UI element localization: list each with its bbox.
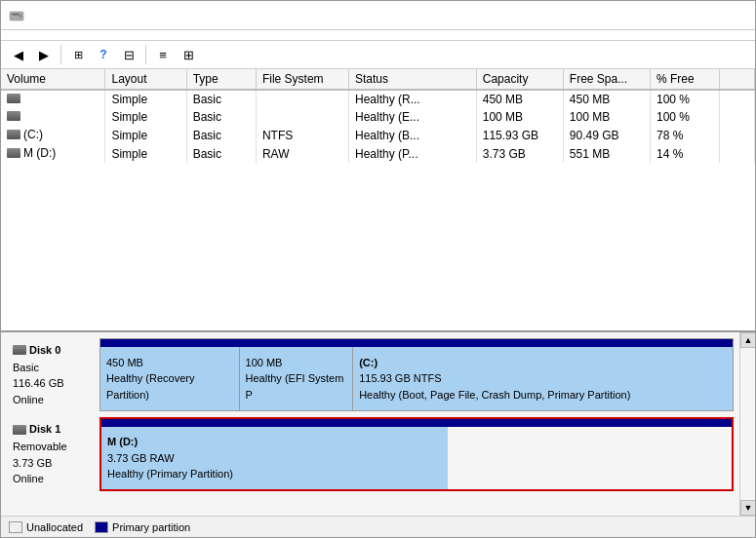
menu-view[interactable] bbox=[40, 32, 56, 38]
forward-button[interactable]: ▶ bbox=[32, 44, 56, 65]
cell-type: Basic bbox=[186, 108, 256, 126]
minimize-button[interactable] bbox=[609, 6, 654, 25]
cell-status: Healthy (R... bbox=[349, 90, 477, 108]
legend-bar: Unallocated Primary partition bbox=[1, 516, 755, 537]
partition-0-0[interactable]: 450 MBHealthy (Recovery Partition) bbox=[100, 347, 240, 410]
disk-row-0: Disk 0 Basic 116.46 GB Online450 MBHealt… bbox=[7, 338, 734, 411]
legend-unallocated-box bbox=[9, 521, 22, 533]
partition-0-1[interactable]: 100 MBHealthy (EFI System P bbox=[240, 347, 354, 410]
toolbar-separator-1 bbox=[60, 45, 61, 64]
menu-file[interactable] bbox=[5, 32, 20, 38]
cell-volume bbox=[1, 90, 105, 108]
scrollbar[interactable]: ▲ ▼ bbox=[739, 332, 755, 516]
cell-volume: (C:) bbox=[1, 126, 105, 144]
partition-desc: Healthy (Primary Partition) bbox=[107, 466, 442, 482]
partition-label: M (D:) bbox=[107, 434, 442, 450]
col-free[interactable]: Free Spa... bbox=[563, 69, 650, 90]
cell-layout: Simple bbox=[105, 108, 186, 126]
toolbar: ◀ ▶ ⊞ ? ⊟ ≡ ⊞ bbox=[1, 41, 755, 69]
menu-bar bbox=[1, 30, 755, 41]
table-row[interactable]: (C:)SimpleBasicNTFSHealthy (B...115.93 G… bbox=[1, 126, 755, 144]
partition-desc: Healthy (Recovery Partition) bbox=[106, 370, 233, 403]
cell-free: 100 MB bbox=[563, 108, 650, 126]
col-pct[interactable]: % Free bbox=[650, 69, 719, 90]
col-layout[interactable]: Layout bbox=[105, 69, 186, 90]
cell-filesystem bbox=[256, 90, 348, 108]
partition-size: 450 MB bbox=[106, 355, 233, 371]
disk-name: Disk 1 bbox=[13, 421, 94, 439]
toolbar-btn-tile[interactable]: ⊞ bbox=[177, 44, 200, 65]
close-button[interactable] bbox=[702, 6, 747, 25]
disk-size: 3.73 GB bbox=[13, 455, 94, 472]
disk-partitions-1: M (D:)3.73 GB RAWHealthy (Primary Partit… bbox=[99, 417, 734, 490]
disk-label-1: Disk 1 Removable 3.73 GB Online bbox=[7, 417, 99, 490]
col-volume[interactable]: Volume bbox=[1, 69, 105, 90]
maximize-button[interactable] bbox=[656, 6, 700, 25]
partitions-area: 450 MBHealthy (Recovery Partition)100 MB… bbox=[100, 347, 733, 410]
cell-filesystem: NTFS bbox=[256, 126, 348, 144]
disk-list: Disk 0 Basic 116.46 GB Online450 MBHealt… bbox=[1, 332, 739, 516]
cell-volume bbox=[1, 108, 105, 126]
title-bar-left bbox=[9, 8, 30, 23]
volumes-table: Volume Layout Type File System Status Ca… bbox=[1, 69, 755, 163]
title-bar bbox=[1, 1, 755, 30]
cell-layout: Simple bbox=[105, 144, 186, 163]
partition-0-2[interactable]: (C:)115.93 GB NTFSHealthy (Boot, Page Fi… bbox=[353, 347, 733, 410]
cell-free: 551 MB bbox=[563, 144, 650, 163]
col-status[interactable]: Status bbox=[349, 69, 477, 90]
table-row[interactable]: M (D:)SimpleBasicRAWHealthy (P...3.73 GB… bbox=[1, 144, 755, 163]
col-capacity[interactable]: Capacity bbox=[476, 69, 563, 90]
toolbar-btn-minus[interactable]: ⊟ bbox=[117, 44, 140, 65]
partitions-area: M (D:)3.73 GB RAWHealthy (Primary Partit… bbox=[101, 427, 732, 488]
menu-action[interactable] bbox=[22, 32, 38, 38]
cell-type: Basic bbox=[186, 90, 256, 108]
partition-1-0[interactable]: M (D:)3.73 GB RAWHealthy (Primary Partit… bbox=[101, 427, 448, 488]
legend-primary: Primary partition bbox=[95, 521, 190, 533]
disk-type: Removable bbox=[13, 439, 94, 455]
cell-free: 90.49 GB bbox=[563, 126, 650, 144]
app-icon bbox=[9, 8, 24, 23]
cell-status: Healthy (B... bbox=[349, 126, 477, 144]
partition-size: 100 MB bbox=[246, 355, 347, 371]
disk-partitions-0: 450 MBHealthy (Recovery Partition)100 MB… bbox=[99, 338, 734, 411]
cell-free: 450 MB bbox=[563, 90, 650, 108]
cell-pct: 100 % bbox=[650, 108, 719, 126]
disk-status: Online bbox=[13, 471, 94, 487]
cell-pct: 100 % bbox=[650, 90, 719, 108]
disk-top-bar bbox=[101, 419, 732, 427]
scroll-track[interactable] bbox=[740, 348, 755, 500]
disk-size: 116.46 GB bbox=[13, 375, 94, 392]
toolbar-btn-help[interactable]: ? bbox=[92, 44, 115, 65]
legend-unallocated-label: Unallocated bbox=[26, 521, 83, 533]
disk-top-bar bbox=[100, 339, 733, 347]
toolbar-btn-list[interactable]: ≡ bbox=[151, 44, 175, 65]
partition-label: (C:) bbox=[359, 355, 727, 371]
table-row[interactable]: SimpleBasicHealthy (R...450 MB450 MB100 … bbox=[1, 90, 755, 108]
cell-filesystem bbox=[256, 108, 348, 126]
partition-desc: Healthy (EFI System P bbox=[246, 370, 347, 403]
legend-primary-box bbox=[95, 521, 108, 533]
cell-pct: 78 % bbox=[650, 126, 719, 144]
legend-primary-label: Primary partition bbox=[112, 521, 190, 533]
svg-rect-1 bbox=[12, 14, 20, 16]
cell-capacity: 450 MB bbox=[476, 90, 563, 108]
cell-status: Healthy (P... bbox=[349, 144, 477, 163]
disk-name: Disk 0 bbox=[13, 342, 94, 360]
scroll-up-btn[interactable]: ▲ bbox=[740, 332, 755, 348]
cell-extra bbox=[720, 90, 755, 108]
toolbar-btn-grid[interactable]: ⊞ bbox=[66, 44, 90, 65]
content-area: Volume Layout Type File System Status Ca… bbox=[1, 69, 755, 537]
col-type[interactable]: Type bbox=[186, 69, 256, 90]
cell-layout: Simple bbox=[105, 90, 186, 108]
cell-type: Basic bbox=[186, 144, 256, 163]
legend-unallocated: Unallocated bbox=[9, 521, 83, 533]
disk-type: Basic bbox=[13, 360, 94, 376]
cell-filesystem: RAW bbox=[256, 144, 348, 163]
bottom-panel: Disk 0 Basic 116.46 GB Online450 MBHealt… bbox=[1, 332, 755, 537]
menu-help[interactable] bbox=[58, 32, 73, 38]
scroll-down-btn[interactable]: ▼ bbox=[740, 500, 755, 516]
cell-volume: M (D:) bbox=[1, 144, 105, 163]
table-row[interactable]: SimpleBasicHealthy (E...100 MB100 MB100 … bbox=[1, 108, 755, 126]
back-button[interactable]: ◀ bbox=[7, 44, 30, 65]
col-filesystem[interactable]: File System bbox=[256, 69, 348, 90]
